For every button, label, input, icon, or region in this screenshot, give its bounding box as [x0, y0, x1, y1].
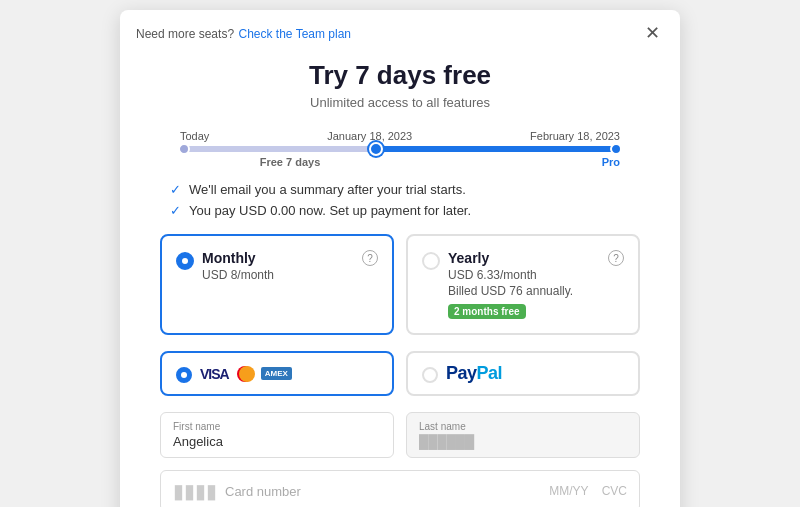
top-bar: Need more seats? Check the Team plan ✕: [120, 10, 680, 52]
pricing-yearly-card[interactable]: Yearly USD 6.33/month Billed USD 76 annu…: [406, 234, 640, 335]
close-button[interactable]: ✕: [641, 22, 664, 44]
card-number-icon: ▮▮▮▮: [173, 479, 217, 503]
pricing-yearly-price: USD 6.33/month: [448, 268, 573, 282]
checklist-text-1: We'll email you a summary after your tri…: [189, 182, 466, 197]
card-icons: VISA AMEX: [200, 366, 292, 382]
timeline-feb: February 18, 2023: [530, 130, 620, 142]
last-name-value: ██████: [419, 434, 627, 449]
radio-monthly[interactable]: [176, 252, 194, 270]
pricing-options: Monthly USD 8/month ? Yearly USD 6.33/mo…: [160, 234, 640, 335]
last-name-label: Last name: [419, 421, 627, 432]
modal-subtitle: Unlimited access to all features: [160, 95, 640, 110]
cvc-placeholder: CVC: [602, 484, 627, 498]
timeline-jan: January 18, 2023: [327, 130, 412, 142]
label-pro: Pro: [400, 156, 620, 168]
pricing-yearly-billed: Billed USD 76 annually.: [448, 284, 573, 298]
checklist-item-1: ✓ We'll email you a summary after your t…: [170, 182, 630, 197]
timeline-bg: [180, 146, 620, 152]
timeline-today: Today: [180, 130, 209, 142]
pricing-monthly-title: Monthly: [202, 250, 274, 266]
first-name-label: First name: [173, 421, 381, 432]
label-free: Free 7 days: [180, 156, 400, 168]
radio-card[interactable]: [176, 367, 192, 383]
pricing-yearly-badge: 2 months free: [448, 304, 526, 319]
card-number-field[interactable]: ▮▮▮▮ Card number MM/YY CVC: [160, 470, 640, 507]
timeline-bar-pro: [378, 146, 620, 152]
timeline-dot-end: [610, 143, 622, 155]
payment-card-option[interactable]: VISA AMEX: [160, 351, 394, 396]
card-number-label: Card number: [225, 484, 301, 499]
timeline-dot-mid: [369, 142, 383, 156]
monthly-help-icon[interactable]: ?: [362, 250, 378, 266]
need-more-seats-text: Need more seats? Check the Team plan: [136, 24, 351, 42]
payment-paypal-option[interactable]: PayPal: [406, 351, 640, 396]
name-form-row: First name Angelica Last name ██████: [160, 412, 640, 458]
checklist-item-2: ✓ You pay USD 0.00 now. Set up payment f…: [170, 203, 630, 218]
checklist: ✓ We'll email you a summary after your t…: [160, 182, 640, 218]
pricing-yearly-title: Yearly: [448, 250, 573, 266]
check-team-plan-link[interactable]: Check the Team plan: [239, 27, 352, 41]
timeline-dates: Today January 18, 2023 February 18, 2023: [170, 130, 630, 142]
pricing-yearly-header: Yearly USD 6.33/month Billed USD 76 annu…: [422, 250, 624, 319]
modal: Need more seats? Check the Team plan ✕ T…: [120, 10, 680, 507]
yearly-help-icon[interactable]: ?: [608, 250, 624, 266]
mm-yy-placeholder: MM/YY: [549, 484, 588, 498]
paypal-logo: PayPal: [446, 363, 502, 384]
radio-paypal[interactable]: [422, 367, 438, 383]
timeline-bar-free: [180, 146, 378, 152]
need-more-text: Need more seats?: [136, 27, 234, 41]
timeline-dot-start: [178, 143, 190, 155]
pricing-monthly-left: Monthly USD 8/month: [176, 250, 274, 282]
pricing-monthly-info: Monthly USD 8/month: [202, 250, 274, 282]
check-icon-1: ✓: [170, 182, 181, 197]
last-name-field[interactable]: Last name ██████: [406, 412, 640, 458]
timeline-bar: [170, 146, 630, 152]
pricing-monthly-card[interactable]: Monthly USD 8/month ?: [160, 234, 394, 335]
checklist-text-2: You pay USD 0.00 now. Set up payment for…: [189, 203, 471, 218]
pricing-monthly-price: USD 8/month: [202, 268, 274, 282]
card-form-row: ▮▮▮▮ Card number MM/YY CVC: [160, 470, 640, 507]
pricing-yearly-info: Yearly USD 6.33/month Billed USD 76 annu…: [448, 250, 573, 319]
visa-icon: VISA: [200, 366, 229, 382]
mastercard-icon: [237, 366, 255, 382]
mm-cvc-group: MM/YY CVC: [549, 484, 627, 498]
first-name-value: Angelica: [173, 434, 381, 449]
first-name-field[interactable]: First name Angelica: [160, 412, 394, 458]
modal-title: Try 7 days free: [160, 60, 640, 91]
modal-content: Try 7 days free Unlimited access to all …: [120, 52, 680, 507]
amex-icon: AMEX: [261, 367, 292, 380]
timeline-labels: Free 7 days Pro: [170, 152, 630, 168]
pricing-monthly-header: Monthly USD 8/month ?: [176, 250, 378, 282]
timeline-section: Today January 18, 2023 February 18, 2023…: [160, 130, 640, 168]
check-icon-2: ✓: [170, 203, 181, 218]
radio-yearly[interactable]: [422, 252, 440, 270]
pricing-yearly-left: Yearly USD 6.33/month Billed USD 76 annu…: [422, 250, 573, 319]
payment-methods: VISA AMEX PayPal: [160, 351, 640, 396]
